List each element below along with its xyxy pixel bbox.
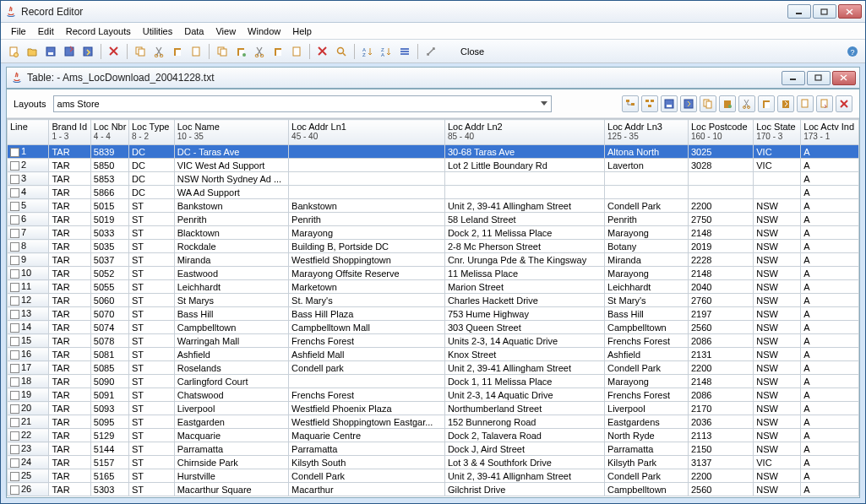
cell[interactable]: Maquarie Centre — [289, 429, 445, 442]
close-button[interactable] — [838, 4, 862, 19]
cell[interactable]: A — [801, 415, 859, 429]
cell[interactable]: TAR — [49, 388, 90, 402]
cell[interactable]: 5085 — [90, 361, 128, 375]
row-checkbox[interactable] — [10, 242, 19, 252]
col-header[interactable]: Loc Nbr4 - 4 — [90, 120, 128, 145]
cell[interactable]: Macarthur Square — [174, 483, 288, 496]
cell[interactable]: 5850 — [90, 159, 128, 172]
save-icon[interactable] — [43, 44, 58, 59]
cell[interactable]: DC - Taras Ave — [174, 145, 288, 159]
cell[interactable]: 2148 — [688, 226, 753, 240]
cell[interactable]: Bankstown — [174, 199, 288, 213]
cell[interactable]: Unit 2, 39-41 Allignham Street — [444, 469, 604, 483]
cell[interactable]: Marayong — [605, 267, 689, 280]
cell[interactable]: TAR — [49, 348, 90, 361]
cell[interactable]: NSW — [754, 415, 801, 429]
col-header[interactable]: Loc Type8 - 2 — [128, 120, 174, 145]
table-row[interactable]: 3TAR5853DCNSW North Sydney Ad ...A — [8, 172, 859, 186]
page2-icon[interactable] — [289, 44, 304, 59]
cell[interactable]: TAR — [49, 415, 90, 429]
cell[interactable]: NSW — [754, 226, 801, 240]
new-file-icon[interactable] — [6, 44, 21, 59]
cell[interactable]: VIC West Ad Support — [174, 159, 288, 172]
copy-icon[interactable] — [700, 95, 716, 112]
cell[interactable]: 5093 — [90, 402, 128, 415]
cell[interactable] — [289, 375, 445, 388]
cell[interactable]: VIC — [754, 145, 801, 159]
cell[interactable]: 2560 — [688, 483, 753, 496]
cell[interactable]: NSW — [754, 348, 801, 361]
cell[interactable]: NSW — [754, 199, 801, 213]
cell[interactable]: 21 — [8, 415, 49, 429]
cell[interactable]: DC — [128, 159, 174, 172]
cell[interactable]: 3137 — [688, 456, 753, 469]
cell[interactable]: Liverpool — [174, 402, 288, 415]
cell[interactable]: Leichhardt — [174, 280, 288, 294]
cell[interactable]: Macquarie — [174, 429, 288, 442]
cut2-icon[interactable] — [252, 44, 267, 59]
cell[interactable]: 2760 — [688, 294, 753, 307]
row-checkbox[interactable] — [10, 431, 19, 441]
col-header[interactable]: Loc Postcode160 - 10 — [688, 120, 753, 145]
table-viewport[interactable]: LineBrand Id1 - 3Loc Nbr4 - 4Loc Type8 -… — [7, 118, 859, 497]
cell[interactable]: A — [801, 240, 859, 253]
cell[interactable]: A — [801, 361, 859, 375]
cell[interactable]: 20 — [8, 402, 49, 415]
cell[interactable]: 1 — [8, 145, 49, 159]
cell[interactable]: A — [801, 442, 859, 456]
cell[interactable]: TAR — [49, 145, 90, 159]
table-row[interactable]: 7TAR5033STBlacktownMarayongDock 2, 11 Me… — [8, 226, 859, 240]
cell[interactable]: 17 — [8, 361, 49, 375]
cell[interactable]: NSW — [754, 253, 801, 267]
cell[interactable]: 2200 — [688, 469, 753, 483]
cell[interactable]: 5144 — [90, 442, 128, 456]
col-header[interactable]: Line — [8, 120, 49, 145]
cell[interactable]: NSW — [754, 240, 801, 253]
cell[interactable]: Condell park — [289, 361, 445, 375]
inner-close-button[interactable] — [832, 71, 856, 85]
cell[interactable]: NSW — [754, 375, 801, 388]
cell[interactable] — [289, 159, 445, 172]
row-checkbox[interactable] — [10, 485, 19, 495]
cell[interactable]: A — [801, 213, 859, 226]
cell[interactable]: DC — [128, 186, 174, 199]
cell[interactable]: ST — [128, 240, 174, 253]
cell[interactable]: 12 — [8, 294, 49, 307]
row-checkbox[interactable] — [10, 269, 19, 279]
cell[interactable]: 5060 — [90, 294, 128, 307]
cell[interactable]: TAR — [49, 375, 90, 388]
cell[interactable]: ST — [128, 307, 174, 321]
cell[interactable]: NSW — [754, 442, 801, 456]
save-as-icon[interactable] — [62, 44, 77, 59]
cell[interactable]: ST — [128, 253, 174, 267]
cell[interactable]: Parramatta — [174, 442, 288, 456]
cell[interactable]: A — [801, 429, 859, 442]
cell[interactable]: Units 2-3, 14 Aquatic Drive — [444, 334, 604, 348]
cell[interactable]: TAR — [49, 267, 90, 280]
copy-icon[interactable] — [133, 44, 148, 59]
cell[interactable]: Kilsyth South — [289, 456, 445, 469]
paste2-icon[interactable] — [270, 44, 286, 59]
row-checkbox[interactable] — [10, 377, 19, 387]
menu-utilities[interactable]: Utilities — [138, 25, 177, 37]
col-header[interactable]: Brand Id1 - 3 — [49, 120, 90, 145]
cell[interactable]: ST — [128, 402, 174, 415]
cell[interactable]: NSW — [754, 334, 801, 348]
cell[interactable]: NSW — [754, 294, 801, 307]
cell[interactable]: Eastgarden — [174, 415, 288, 429]
cell[interactable]: 3 — [8, 172, 49, 186]
cell[interactable] — [289, 186, 445, 199]
cell[interactable]: Condell Park — [605, 361, 689, 375]
cell[interactable]: 2148 — [688, 267, 753, 280]
delete-icon[interactable] — [836, 95, 852, 112]
cell[interactable]: 2086 — [688, 388, 753, 402]
cell[interactable] — [444, 186, 604, 199]
col-header[interactable]: Loc Actv Ind173 - 1 — [801, 120, 859, 145]
col-header[interactable]: Loc Addr Ln145 - 40 — [289, 120, 445, 145]
cell[interactable]: 11 Melissa Place — [444, 267, 604, 280]
cell[interactable]: 5303 — [90, 483, 128, 496]
open-icon[interactable] — [25, 44, 40, 59]
cell[interactable]: ST — [128, 348, 174, 361]
cell[interactable]: NSW North Sydney Ad ... — [174, 172, 288, 186]
table-row[interactable]: 19TAR5091STChatswoodFrenchs ForestUnit 2… — [8, 388, 859, 402]
